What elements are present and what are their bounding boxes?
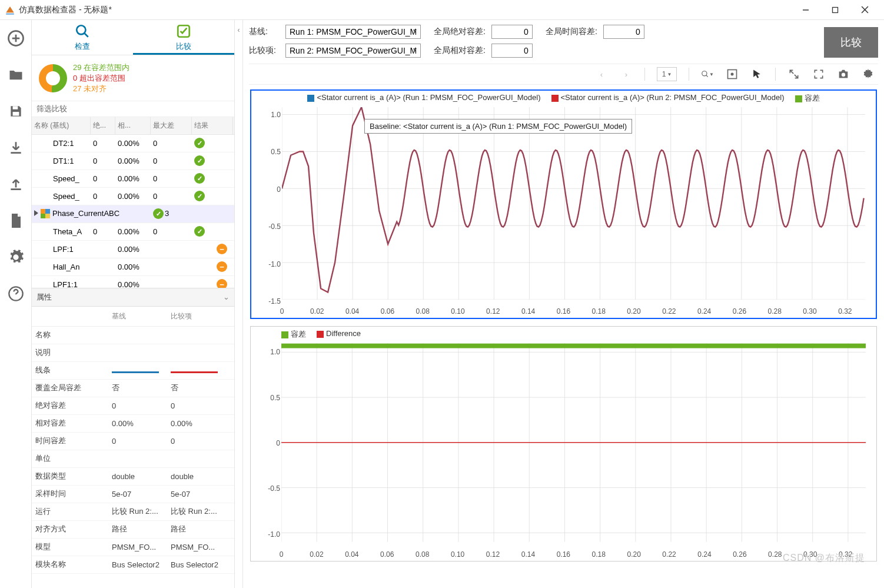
svg-rect-2: [12, 106, 18, 109]
minimize-button[interactable]: [791, 1, 820, 19]
import-icon[interactable]: [7, 139, 25, 157]
table-row[interactable]: Hall_An0.00%−: [32, 258, 234, 276]
plot-tooltip: Baseline: <Stator current is_a (A)> (Run…: [364, 119, 632, 134]
close-button[interactable]: [850, 1, 879, 19]
app-logo-icon: [5, 5, 15, 15]
compare-select[interactable]: Run 2: PMSM_FOC_PowerGUI_M: [285, 44, 421, 58]
table-row[interactable]: Speed_00.00%0✓: [32, 188, 234, 205]
table-row[interactable]: DT1:100.00%0✓: [32, 152, 234, 170]
legend-run2: <Stator current is_a (A)> (Run 2: PMSM_F…: [561, 93, 785, 102]
summary-donut-icon: [39, 64, 67, 92]
abs-tol-input[interactable]: [491, 25, 533, 39]
fit-icon[interactable]: [726, 68, 739, 81]
property-row: 模块名称Bus Selector2Bus Selector2: [32, 556, 234, 574]
legend-swatch-diff: [317, 331, 324, 338]
signal-plot[interactable]: <Stator current is_a (A)> (Run 1: PMSM_F…: [250, 89, 877, 319]
rel-tol-input[interactable]: [491, 44, 533, 58]
save-icon[interactable]: [7, 102, 25, 120]
tab-compare[interactable]: 比较: [133, 20, 234, 55]
time-tol-input[interactable]: [603, 25, 644, 39]
warn-icon: −: [217, 279, 227, 288]
expand-icon[interactable]: [34, 210, 38, 216]
check-icon: ✓: [194, 138, 205, 148]
property-row: 时间容差00: [32, 433, 234, 450]
property-row: 线条: [32, 362, 234, 380]
legend-swatch-tol2: [281, 331, 288, 338]
snapshot-icon[interactable]: [837, 68, 850, 81]
property-row: 模型PMSM_FO...PMSM_FO...: [32, 539, 234, 556]
svg-rect-57: [281, 344, 866, 348]
col-max[interactable]: 最大差: [151, 117, 192, 134]
svg-rect-0: [833, 7, 838, 12]
table-row[interactable]: LPF1:10.00%−: [32, 276, 234, 288]
check-icon: ✓: [194, 155, 205, 166]
settings-icon[interactable]: [7, 248, 25, 266]
add-icon[interactable]: [7, 29, 25, 47]
property-row: 数据类型doubledouble: [32, 468, 234, 486]
check-icon: ✓: [194, 191, 205, 201]
svg-point-9: [731, 73, 733, 75]
folder-icon[interactable]: [7, 66, 25, 84]
collapse-handle[interactable]: ‹: [235, 20, 243, 588]
table-row[interactable]: Theta_A00.00%0✓: [32, 223, 234, 241]
col-rel[interactable]: 相...: [115, 117, 151, 134]
baseline-label: 基线:: [249, 26, 280, 37]
warn-icon: −: [217, 261, 227, 272]
nav-prev-icon[interactable]: ‹: [595, 68, 608, 81]
property-row: 单位: [32, 450, 234, 468]
summary-unaligned: 27 未对齐: [73, 84, 129, 94]
summary-out-tolerance: 0 超出容差范围: [73, 73, 129, 84]
legend-tol2: 容差: [291, 330, 306, 338]
cursor-icon[interactable]: [750, 68, 763, 81]
property-row: 名称: [32, 327, 234, 344]
check-icon: ✓: [153, 208, 164, 219]
nav-next-icon[interactable]: ›: [620, 68, 633, 81]
table-row[interactable]: DT2:100.00%0✓: [32, 135, 234, 152]
signal-group-icon: [41, 209, 50, 218]
expand-icon[interactable]: [787, 68, 800, 81]
document-icon[interactable]: [7, 212, 25, 230]
col-name[interactable]: 名称 (基线): [32, 117, 91, 134]
table-row[interactable]: Phase_CurrentABC✓3: [32, 205, 234, 223]
baseline-select[interactable]: Run 1: PMSM_FOC_PowerGUI_M: [285, 25, 421, 39]
zoom-icon[interactable]: ▼: [701, 68, 714, 81]
compare-button[interactable]: 比较: [824, 27, 878, 58]
difference-plot[interactable]: 容差 Difference -1.0-0.500.51.000.020.040.…: [250, 326, 877, 562]
compare-label: 比较项:: [249, 45, 280, 56]
property-row: 对齐方式路径路径: [32, 521, 234, 539]
property-row: 覆盖全局容差否否: [32, 380, 234, 397]
property-row: 绝对容差00: [32, 397, 234, 415]
property-row: 相对容差0.00%0.00%: [32, 415, 234, 433]
gear-icon[interactable]: [862, 68, 875, 81]
tab-inspect[interactable]: 检查: [32, 20, 133, 55]
properties-header: 属性: [36, 292, 52, 303]
maximize-button[interactable]: [820, 1, 850, 19]
property-row: 采样时间5e-075e-07: [32, 486, 234, 503]
warn-icon: −: [217, 244, 227, 254]
table-row[interactable]: LPF:10.00%−: [32, 241, 234, 258]
layout-dropdown[interactable]: 1▼: [657, 67, 677, 81]
legend-run1: <Stator current is_a (A)> (Run 1: PMSM_F…: [317, 93, 540, 102]
chevron-down-icon[interactable]: ⌄: [223, 293, 230, 301]
time-tol-label: 全局时间容差:: [546, 26, 597, 37]
tab-inspect-label: 检查: [75, 41, 90, 52]
check-icon: ✓: [194, 173, 205, 184]
legend-swatch-tol: [795, 95, 802, 102]
col-abs[interactable]: 绝...: [91, 117, 115, 134]
filter-label: 筛选比较: [32, 101, 234, 117]
export-icon[interactable]: [7, 175, 25, 193]
results-table[interactable]: DT2:100.00%0✓DT1:100.00%0✓Speed_00.00%0✓…: [32, 135, 234, 288]
svg-rect-3: [12, 112, 19, 116]
property-row: 运行比较 Run 2:...比较 Run 2:...: [32, 503, 234, 521]
col-res[interactable]: 结果: [192, 117, 233, 134]
svg-point-5: [77, 25, 85, 34]
fullscreen-icon[interactable]: [812, 68, 825, 81]
props-col-baseline: 基线: [108, 307, 167, 326]
rel-tol-label: 全局相对容差:: [434, 45, 486, 56]
table-row[interactable]: Speed_00.00%0✓: [32, 170, 234, 188]
property-row: 说明: [32, 344, 234, 362]
watermark: CSDN @布洛斯提: [783, 552, 865, 564]
help-icon[interactable]: [7, 285, 25, 303]
svg-point-10: [842, 73, 845, 77]
legend-swatch-run1: [307, 95, 314, 102]
